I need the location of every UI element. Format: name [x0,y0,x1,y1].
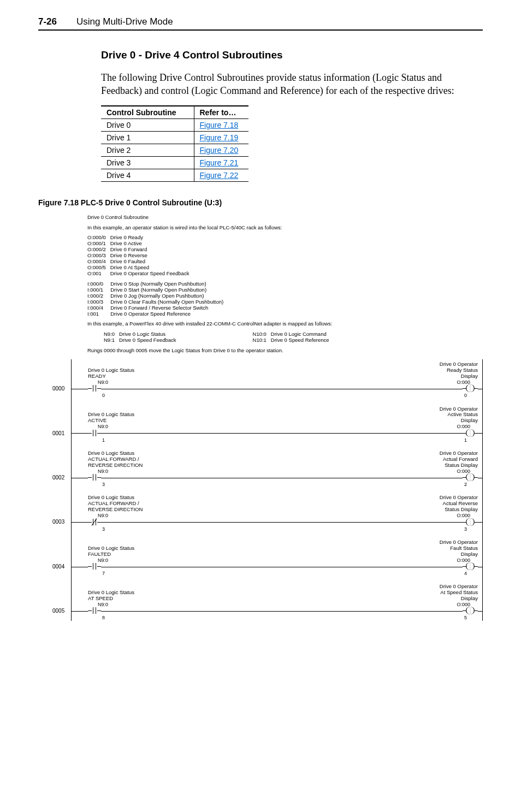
rung-input-addr: N9:0 [98,513,175,518]
ladder-inputs: I:000/0 Drive 0 Stop (Normally Open Push… [87,281,483,317]
rung-number: 0003 [52,519,64,525]
rung-output-label: Drive 0 Operator Actual Forward Status D… [412,451,478,469]
rung-input-bit: 3 [102,526,175,532]
xic-contact-icon [88,430,101,437]
rung-output-bit: 1 [412,437,467,443]
table-header: Refer to… [194,106,248,119]
ote-coil-icon [463,475,478,481]
ladder-rung: 0002Drive 0 Logic Status ACTUAL FORWARD … [72,451,482,487]
rung-output-bit: 4 [412,571,467,576]
rung-input-label: Drive 0 Logic Status AT SPEED [88,590,175,602]
rung-output-addr: O:000 [412,469,470,474]
rung-output-bit: 5 [412,615,467,620]
ote-coil-icon [463,519,478,526]
ladder-intro: In this example, an operator station is … [87,225,483,231]
rung-output-label: Drive 0 Operator Active Status Display [412,406,478,424]
page-header: 7-26 Using Multi-Drive Mode [38,16,483,31]
rung-input-label: Drive 0 Logic Status ACTUAL FORWARD / RE… [88,495,175,513]
section-heading: Drive 0 - Drive 4 Control Subroutines [101,49,483,61]
rung-input-addr: N9:0 [98,424,175,429]
ladder-rung: 0005Drive 0 Logic Status AT SPEEDN9:0Dri… [72,584,482,620]
figure-link[interactable]: Figure 7.18 [200,121,239,129]
rung-output-label: Drive 0 Operator Actual Reverse Status D… [412,495,478,513]
page-number: 7-26 [38,16,57,27]
rung-input-bit: 3 [102,482,175,487]
rung-input-addr: N9:0 [98,602,175,607]
rung-output-label: Drive 0 Operator At Speed Status Display [412,584,478,602]
figure-link[interactable]: Figure 7.21 [200,158,239,167]
rung-input-label: Drive 0 Logic Status FAULTED [88,546,175,558]
table-row: Drive 2 Figure 7.20 [101,144,248,156]
ladder-title: Drive 0 Control Subroutine [87,215,483,221]
table-header: Control Subroutine [101,106,194,119]
ladder-outputs: O:000/0 Drive 0 Ready O:000/1 Drive 0 Ac… [87,235,483,276]
rung-number: 0004 [52,564,64,570]
rung-number: 0001 [52,430,64,437]
xic-contact-icon [88,564,101,570]
rung-input-bit: 8 [102,615,175,620]
figure-link[interactable]: Figure 7.22 [200,171,239,180]
rung-output-addr: O:000 [412,602,470,607]
ote-coil-icon [463,430,478,437]
ote-coil-icon [463,608,478,614]
rung-input-addr: N9:0 [98,558,175,563]
rung-input-label: Drive 0 Logic Status READY [88,368,175,380]
table-cell: Drive 2 [101,144,194,156]
ladder-rung: 0004Drive 0 Logic Status FAULTEDN9:0Driv… [72,540,482,576]
ladder-map-right: N10:0 Drive 0 Logic Command N10:1 Drive … [253,331,329,343]
rung-input-bit: 0 [102,393,175,398]
page-title: Using Multi-Drive Mode [76,16,173,27]
ladder-rung: 0003Drive 0 Logic Status ACTUAL FORWARD … [72,495,482,531]
figure-caption: Figure 7.18 PLC-5 Drive 0 Control Subrou… [38,198,483,207]
rung-output-bit: 2 [412,482,467,487]
ladder-map-left: N9:0 Drive 0 Logic Status N9:1 Drive 0 S… [104,331,176,343]
table-row: Drive 1 Figure 7.19 [101,131,248,144]
rung-number: 0005 [52,608,64,614]
rung-input-bit: 1 [102,437,175,443]
xio-contact-icon [88,519,101,526]
table-row: Drive 0 Figure 7.18 [101,118,248,131]
rung-output-addr: O:000 [412,558,470,563]
rung-input-label: Drive 0 Logic Status ACTIVE [88,412,175,424]
ote-coil-icon [463,386,478,392]
rung-input-addr: N9:0 [98,380,175,385]
table-row: Drive 3 Figure 7.21 [101,156,248,169]
table-cell: Drive 0 [101,118,194,131]
rung-output-addr: O:000 [412,513,470,518]
xic-contact-icon [88,386,101,392]
rung-output-label: Drive 0 Operator Fault Status Display [412,540,478,558]
ladder-rung: 0001Drive 0 Logic Status ACTIVEN9:0Drive… [72,406,482,443]
xic-contact-icon [88,475,101,481]
rung-output-bit: 0 [412,393,467,398]
ladder-note: In this example, a PowerFlex 40 drive wi… [87,321,483,327]
ladder-rung: 0000Drive 0 Logic Status READYN9:0Drive … [72,361,482,398]
rung-output-label: Drive 0 Operator Ready Status Display [412,361,478,380]
figure-link[interactable]: Figure 7.19 [200,133,239,142]
table-cell: Drive 1 [101,131,194,144]
rung-input-addr: N9:0 [98,469,175,474]
figure-link[interactable]: Figure 7.20 [200,146,239,155]
rung-output-addr: O:000 [412,424,470,429]
ote-coil-icon [463,564,478,570]
rung-input-label: Drive 0 Logic Status ACTUAL FORWARD / RE… [88,451,175,469]
rung-number: 0000 [52,386,64,392]
section-paragraph: The following Drive Control Subroutines … [101,71,483,98]
table-cell: Drive 4 [101,169,194,181]
table-row: Drive 4 Figure 7.22 [101,169,248,181]
xic-contact-icon [88,608,101,614]
rung-output-bit: 3 [412,526,467,532]
reference-table: Control Subroutine Refer to… Drive 0 Fig… [101,105,248,182]
ladder-diagram: Drive 0 Control Subroutine In this examp… [71,215,483,621]
table-cell: Drive 3 [101,156,194,169]
rung-number: 0002 [52,475,64,481]
rung-input-bit: 7 [102,571,175,576]
rung-output-addr: O:000 [412,380,470,385]
rung-intro: Rungs 0000 through 0005 move the Logic S… [87,348,483,354]
